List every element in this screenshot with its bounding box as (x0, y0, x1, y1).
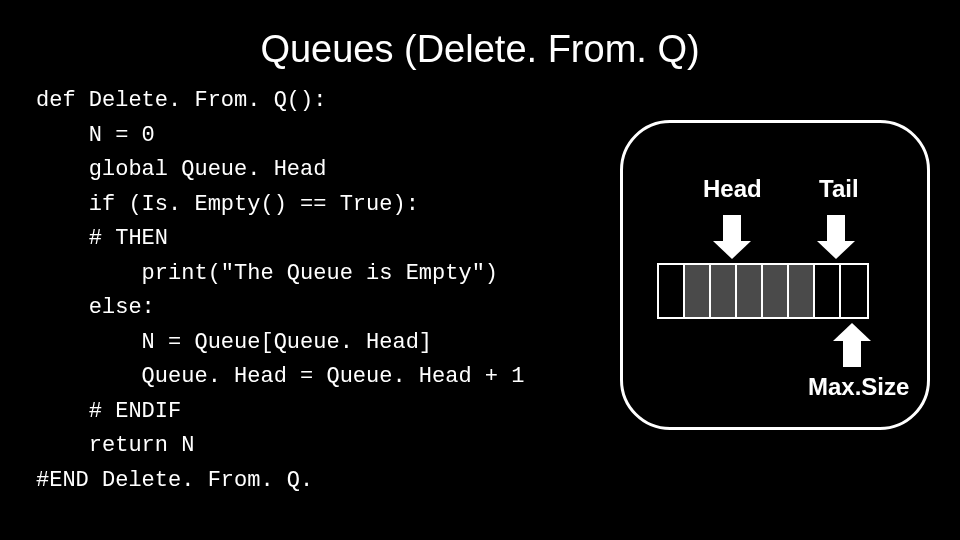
code-line: if (Is. Empty() == True): (36, 192, 419, 217)
code-line: global Queue. Head (36, 157, 326, 182)
code-line: Queue. Head = Queue. Head + 1 (36, 364, 524, 389)
code-line: print("The Queue is Empty") (36, 261, 498, 286)
code-line: # THEN (36, 226, 168, 251)
head-label: Head (703, 175, 762, 203)
code-block: def Delete. From. Q(): N = 0 global Queu… (36, 84, 524, 498)
arrow-down-icon (827, 215, 845, 241)
tail-label: Tail (819, 175, 859, 203)
code-line: else: (36, 295, 155, 320)
code-line: def Delete. From. Q(): (36, 88, 326, 113)
queue-cell (737, 265, 763, 317)
code-line: # ENDIF (36, 399, 181, 424)
code-line: N = Queue[Queue. Head] (36, 330, 432, 355)
queue-cell (659, 265, 685, 317)
arrow-down-icon (723, 215, 741, 241)
queue-cell (815, 265, 841, 317)
queue-cell (685, 265, 711, 317)
maxsize-label: Max.Size (808, 373, 909, 401)
queue-cell (763, 265, 789, 317)
arrow-up-icon (843, 341, 861, 367)
queue-cell (841, 265, 867, 317)
queue-diagram: Head Tail Max.Size (620, 120, 930, 430)
slide-title: Queues (Delete. From. Q) (0, 28, 960, 71)
code-line: N = 0 (36, 123, 155, 148)
queue-cell (711, 265, 737, 317)
code-line: #END Delete. From. Q. (36, 468, 313, 493)
code-line: return N (36, 433, 194, 458)
queue-cells (657, 263, 869, 319)
queue-cell (789, 265, 815, 317)
